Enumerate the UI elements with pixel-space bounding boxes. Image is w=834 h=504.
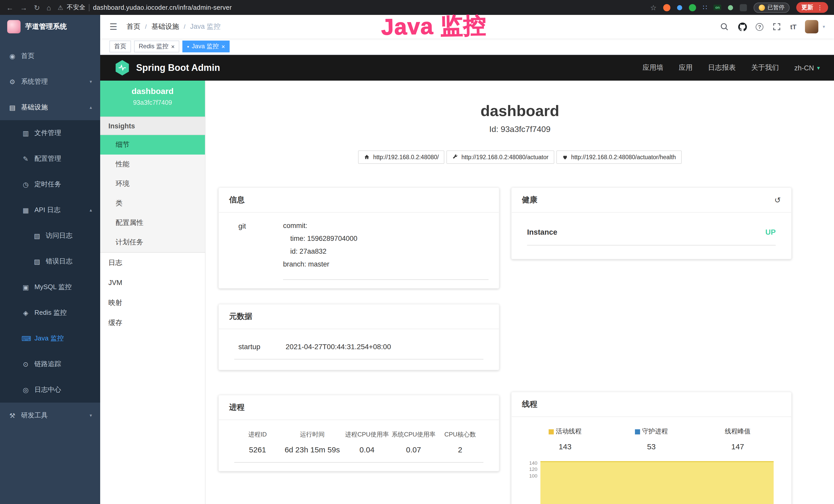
active-threads-swatch xyxy=(549,429,554,434)
process-col-label: 进程ID xyxy=(234,430,281,439)
sidebar-item-java-monitor[interactable]: ⌨ Java 监控 xyxy=(0,325,100,351)
sba-item-classes[interactable]: 类 xyxy=(100,193,205,213)
update-label: 更新 xyxy=(802,4,813,11)
legend-label: 线程峰值 xyxy=(725,427,750,436)
health-instance-row[interactable]: Instance UP xyxy=(527,223,776,246)
sba-nav-applications[interactable]: 应用 xyxy=(679,63,693,72)
address-bar[interactable]: ⚠ 不安全 dashboard.yudao.iocoder.cn/infra/a… xyxy=(58,3,232,12)
avatar[interactable] xyxy=(805,20,818,33)
tab-java-monitor[interactable]: ● Java 监控 × xyxy=(182,41,229,52)
app-logo[interactable]: 芋道管理系统 xyxy=(0,15,100,38)
help-icon[interactable]: ? xyxy=(756,23,763,30)
home-icon[interactable]: ⌂ xyxy=(46,3,51,12)
sidebar-item-system[interactable]: ⚙ 系统管理 ▾ xyxy=(0,69,100,94)
instance-url-button[interactable]: http://192.168.0.2:48080/ xyxy=(358,151,445,164)
sidebar-item-home[interactable]: ◉ 首页 xyxy=(0,43,100,69)
sba-nav: 应用墙 应用 日志报表 关于我们 zh-CN ▾ xyxy=(642,63,820,72)
process-col-value: 0.07 xyxy=(390,445,437,454)
breadcrumb-separator: / xyxy=(184,23,185,30)
avatar-caret-icon[interactable]: ▾ xyxy=(823,24,825,29)
update-button[interactable]: 更新 ⋮ xyxy=(796,2,828,13)
chevron-up-icon: ▴ xyxy=(90,105,92,110)
y-tick: 100 xyxy=(525,473,537,479)
sba-app-header[interactable]: dashboard 93a3fc7f7409 xyxy=(100,81,205,117)
extension-green-icon[interactable] xyxy=(689,4,696,11)
extension-on-badge[interactable]: on xyxy=(714,5,721,10)
sba-item-metrics[interactable]: 性能 xyxy=(100,155,205,174)
sba-item-logs[interactable]: 日志 xyxy=(100,253,205,273)
annotation-overlay: Java 监控 xyxy=(381,10,487,42)
tab-redis-monitor[interactable]: Redis 监控 × xyxy=(134,41,179,52)
sba-section-insights: Insights xyxy=(100,117,205,135)
profile-face-icon xyxy=(759,4,765,10)
extension-grid-icon[interactable]: ∷ xyxy=(703,4,707,11)
sba-item-scheduled[interactable]: 计划任务 xyxy=(100,233,205,252)
sidebar-item-trace[interactable]: ⊙ 链路追踪 xyxy=(0,351,100,377)
health-url-button[interactable]: http://192.168.0.2:48080/actuator/health xyxy=(556,151,681,164)
sidebar-item-file-manage[interactable]: ▥ 文件管理 xyxy=(0,120,100,146)
process-card: 进程 进程ID 5261 运行时间 6d 23h 15m 59s xyxy=(218,395,499,472)
redis-icon: ◈ xyxy=(22,309,30,317)
right-column: 健康 ↺ Instance UP 线程 xyxy=(511,187,792,504)
extension-fox-icon[interactable] xyxy=(663,4,671,11)
extension-pin-icon[interactable] xyxy=(740,4,747,11)
forward-icon[interactable]: → xyxy=(20,3,27,12)
timer-icon: ◷ xyxy=(22,181,30,188)
sba-item-details[interactable]: 细节 xyxy=(100,135,205,155)
sba-item-mappings[interactable]: 映射 xyxy=(100,293,205,313)
github-icon[interactable] xyxy=(738,22,747,31)
sidebar-item-dev-tools[interactable]: ⚒ 研发工具 ▾ xyxy=(0,403,100,428)
actuator-url-button[interactable]: http://192.168.0.2:48080/actuator xyxy=(446,151,554,164)
paused-label: 已暂停 xyxy=(767,4,785,11)
sidebar-item-label: MySQL 监控 xyxy=(35,282,72,292)
fullscreen-icon[interactable] xyxy=(772,22,781,31)
sba-item-environment[interactable]: 环境 xyxy=(100,174,205,193)
sidebar-item-infrastructure[interactable]: ▤ 基础设施 ▴ xyxy=(0,94,100,120)
tab-close-icon[interactable]: × xyxy=(221,43,225,49)
logo-image xyxy=(7,20,21,33)
sidebar-item-access-logs[interactable]: ▧ 访问日志 xyxy=(0,223,100,249)
sidebar-item-mysql-monitor[interactable]: ▣ MySQL 监控 xyxy=(0,274,100,300)
hamburger-icon[interactable]: ☰ xyxy=(109,21,117,32)
font-size-icon[interactable]: tT xyxy=(790,23,796,30)
history-icon[interactable]: ↺ xyxy=(774,196,781,205)
process-card-title: 进程 xyxy=(229,403,244,412)
tab-close-icon[interactable]: × xyxy=(171,43,175,49)
sba-nav-wallboard[interactable]: 应用墙 xyxy=(642,63,663,72)
info-card-body: git commit: time: 1596289704000 id: 27aa… xyxy=(219,212,499,288)
sba-nav-about[interactable]: 关于我们 xyxy=(751,63,779,72)
sidebar-item-config-manage[interactable]: ✎ 配置管理 xyxy=(0,146,100,171)
sba-item-jvm[interactable]: JVM xyxy=(100,273,205,293)
info-value: commit: time: 1596289704000 id: 27aa832 … xyxy=(283,221,488,280)
back-icon[interactable]: ← xyxy=(6,3,13,12)
gear-icon: ⚙ xyxy=(8,78,17,86)
chevron-down-icon: ▾ xyxy=(817,65,820,71)
bookmark-star-icon[interactable]: ☆ xyxy=(650,3,657,12)
sba-sidebar: dashboard 93a3fc7f7409 Insights 细节 性能 环境… xyxy=(100,81,205,504)
sidebar-item-api-logs[interactable]: ▦ API 日志 ▴ xyxy=(0,197,100,223)
sidebar-item-log-center[interactable]: ◎ 日志中心 xyxy=(0,377,100,403)
extension-drop-icon[interactable] xyxy=(677,5,682,10)
paused-badge[interactable]: 已暂停 xyxy=(753,2,790,13)
search-icon[interactable] xyxy=(720,22,729,31)
api-log-icon: ▦ xyxy=(22,206,30,214)
kebab-menu-icon[interactable]: ⋮ xyxy=(817,4,823,11)
sba-brand-title[interactable]: Spring Boot Admin xyxy=(136,62,220,73)
sba-item-config-props[interactable]: 配置属性 xyxy=(100,213,205,233)
trace-icon: ⊙ xyxy=(22,360,30,368)
breadcrumb-home[interactable]: 首页 xyxy=(127,22,140,31)
sidebar-item-redis-monitor[interactable]: ◈ Redis 监控 xyxy=(0,300,100,325)
sba-item-caches[interactable]: 缓存 xyxy=(100,313,205,333)
breadcrumb-infra[interactable]: 基础设施 xyxy=(151,22,179,31)
y-tick: 120 xyxy=(525,466,537,473)
active-threads-col: 活动线程 143 xyxy=(522,427,608,451)
process-pid-col: 进程ID 5261 xyxy=(234,430,281,454)
sidebar-item-scheduled-tasks[interactable]: ◷ 定时任务 xyxy=(0,171,100,197)
reload-icon[interactable]: ↻ xyxy=(34,3,40,12)
sba-nav-journal[interactable]: 日志报表 xyxy=(708,63,736,72)
sba-locale-select[interactable]: zh-CN ▾ xyxy=(794,64,820,72)
status-badge: UP xyxy=(765,228,776,236)
tab-home[interactable]: 首页 xyxy=(109,41,131,52)
sidebar-item-error-logs[interactable]: ▨ 错误日志 xyxy=(0,249,100,274)
extension-leaf-icon[interactable] xyxy=(728,5,733,10)
